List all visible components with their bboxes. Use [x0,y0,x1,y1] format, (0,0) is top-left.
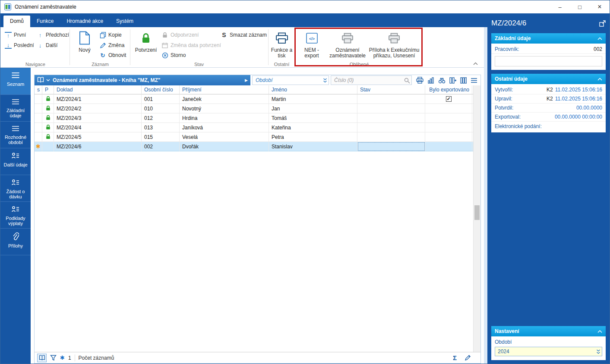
focused-cell[interactable] [357,142,425,151]
tab-hromadne-akce[interactable]: Hromadné akce [60,16,110,27]
section-header-nastaveni[interactable]: Nastavení [491,326,606,336]
column-arrow-icon[interactable] [449,77,456,84]
posledni-button[interactable]: ↓ Poslední [5,41,34,50]
ribbon-group-navigace: ↑ První ↓ Poslední ↑ Předchozí ↓ Další N… [2,27,69,67]
list-icon [12,126,19,132]
sidebar-item-seznam[interactable]: Seznam [0,68,31,95]
sidebar-item-zakladni-udaje[interactable]: Základní údaje [0,95,31,122]
sidebar-item-podklady-vyplaty[interactable]: Podklady výplaty [0,202,31,229]
popout-icon[interactable] [599,20,606,27]
exported-checkbox[interactable]: ✓ [446,96,452,102]
ribbon-collapse-icon[interactable] [473,62,478,65]
column-header-doklad[interactable]: Doklad [54,85,142,94]
table-row[interactable]: MZ/2024/1 001 Janeček Martin ✓ [35,94,480,104]
pracovnik-detail-field[interactable] [495,56,602,66]
tab-funkce[interactable]: Funkce [30,16,60,27]
person-list-icon [12,206,19,213]
prvni-button[interactable]: ↑ První [5,31,26,39]
chevron-down-icon[interactable] [46,79,50,82]
storno-button[interactable]: Storno [161,51,186,60]
new-document-icon [79,29,90,47]
table-row[interactable]: MZ/2024/3 012 Hrdina Tomáš [35,113,480,123]
collapse-chevron-icon[interactable] [597,330,602,333]
table-row[interactable]: MZ/2024/5 015 Veselá Petra [35,132,480,142]
sidebar-item-dalsi-udaje[interactable]: Další údaje [0,148,31,175]
zmena-data-potvrzeni-button: Změna data potvrzení [161,41,221,50]
column-header-prijmeni[interactable]: Příjmení [180,85,269,94]
sidebar-item-rozhodne-obdobi[interactable]: Rozhodné období [0,122,31,148]
collapse-chevron-icon[interactable] [597,37,602,40]
table-row[interactable]: MZ/2024/2 010 Novotný Jan [35,104,480,113]
book-bar: Oznámení zaměstnavatele - Kniha "MZ, MZ"… [35,75,480,85]
group-label-oblibene: Oblíbené [296,62,423,67]
person-list-icon [12,179,19,187]
minimize-button[interactable]: – [550,0,570,13]
column-header-jmeno[interactable]: Jméno [269,85,357,94]
smazat-zaznam-button[interactable]: S Smazat záznam [221,31,267,39]
close-button[interactable]: × [590,0,610,13]
dalsi-button[interactable]: ↓ Další [37,41,57,50]
column-header-stav[interactable]: Stav [357,85,425,94]
novy-button[interactable]: Nový [74,28,95,66]
book-icon[interactable] [37,77,44,84]
vertical-scrollbar[interactable] [473,85,480,352]
cislo-filter [331,75,412,85]
double-chevron-icon[interactable] [323,78,327,83]
collapse-chevron-icon[interactable] [597,78,602,81]
tab-system[interactable]: Systém [110,16,140,27]
maximize-button[interactable]: □ [570,0,590,13]
filter-icon[interactable] [50,355,57,361]
section-header-zakladni-udaje[interactable]: Základní údaje [491,33,606,44]
app-window: Oznámení zaměstnavatele – □ × Domů Funkc… [0,0,610,364]
group-label-stav: Stav [130,62,268,67]
lock-icon [46,124,51,131]
table-row-selected[interactable]: ✱ MZ/2024/6 002 Dvořák Stanislav [35,142,480,151]
book-view-toggle[interactable] [37,354,47,362]
obdobi-combo-input[interactable] [495,347,602,356]
oznameni-zamestnavatele-print-button[interactable]: Oznámení zaměstnavatele [327,28,368,66]
funkce-a-tisk-button[interactable]: Funkce a tisk [269,28,294,66]
audit-row: Potvrdil: 00.00.0000 [491,104,606,113]
lock-gray-icon [161,32,168,38]
binoculars-icon[interactable] [438,77,446,84]
table-row[interactable]: MZ/2024/4 013 Janíková Kateřina [35,123,480,132]
column-header-s[interactable]: s [35,85,42,94]
section-nastaveni: Nastavení Období [491,326,606,360]
cislo-filter-input[interactable] [331,75,412,85]
column-header-osobni-cislo[interactable]: Osobní číslo [142,85,180,94]
window-title: Oznámení zaměstnavatele [15,4,76,10]
record-count-label: Počet záznamů [79,355,114,361]
double-chevron-icon[interactable] [596,349,601,355]
lock-icon [46,115,51,122]
printer-dark-icon [275,29,288,47]
sidebar-item-zadost-o-davku[interactable]: Žádost o dávku [0,175,31,202]
chart-icon[interactable] [427,77,434,84]
edit-pencil-icon[interactable] [465,355,471,361]
sidebar-item-prilohy[interactable]: Přílohy [0,229,31,255]
tab-domu[interactable]: Domů [3,16,30,27]
paperclip-icon [12,232,19,241]
nem-export-button[interactable]: </> NEM - export [299,28,324,66]
obnovit-button[interactable]: ↻ Obnovit [99,51,126,60]
section-ostatni-udaje: Ostatní údaje Vytvořil: K2 11.02.2025 15… [491,74,606,132]
new-records-icon[interactable]: ✱ [60,355,65,361]
search-icon[interactable] [404,78,410,84]
sum-icon[interactable]: Σ [453,355,457,361]
kopie-button[interactable]: Kopie [99,31,122,39]
priloha-exekucni-print-button[interactable]: Příloha k Exekučnímu příkazu, Usnesení [367,28,421,66]
predchozi-button[interactable]: ↑ Předchozí [37,31,69,39]
app-icon [4,3,11,10]
print-icon[interactable] [416,77,424,84]
potvrzeni-button[interactable]: Potvrzení [133,28,159,66]
menu-icon[interactable] [471,78,477,83]
zmena-button[interactable]: Změna [99,41,124,50]
scrollbar-thumb[interactable] [474,205,480,220]
main-area: Oznámení zaměstnavatele - Kniha "MZ, MZ"… [34,75,481,364]
section-header-ostatni-udaje[interactable]: Ostatní údaje [491,74,606,84]
column-header-p[interactable]: P [42,85,54,94]
column-header-bylo-exportovano[interactable]: Bylo exportováno [425,85,472,94]
play-icon[interactable]: ▶ [245,78,248,82]
columns-icon[interactable] [460,77,467,84]
obdobi-filter-input[interactable] [252,75,329,85]
delete-record-icon: S [221,32,228,38]
